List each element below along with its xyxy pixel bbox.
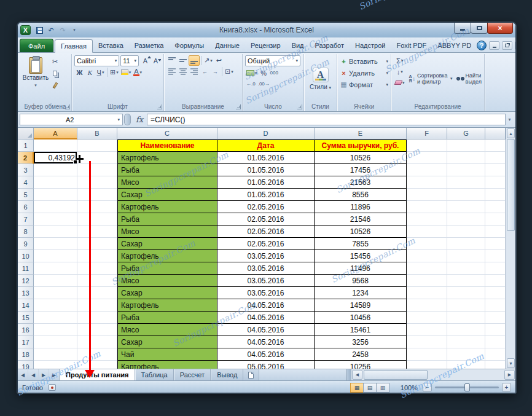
cell-C2[interactable]: Картофель [117, 152, 217, 164]
bold-button[interactable]: Ж [74, 67, 85, 77]
align-left-icon[interactable] [166, 66, 178, 77]
scroll-up-icon[interactable]: ▲ [507, 128, 515, 138]
row-header-8[interactable]: 8 [18, 226, 34, 238]
page-break-view-button[interactable]: ▥ [376, 383, 389, 393]
cell-D1[interactable]: Дата [217, 139, 315, 152]
cell-B18[interactable] [77, 348, 117, 361]
increase-decimal-icon[interactable]: ←.0 [245, 79, 257, 89]
cell-B9[interactable] [77, 238, 117, 250]
cell-B16[interactable] [77, 324, 117, 336]
cell-C13[interactable]: Сахар [117, 287, 217, 299]
increase-indent-icon[interactable]: → [210, 66, 221, 77]
cell-D2[interactable]: 01.05.2016 [217, 152, 315, 164]
cell-E15[interactable]: 10456 [315, 312, 407, 324]
cell-G5[interactable] [447, 189, 485, 201]
cell-A19[interactable] [34, 361, 77, 369]
row-header-19[interactable]: 19 [18, 361, 34, 369]
cell-E19[interactable]: 10256 [315, 361, 407, 369]
cell-E7[interactable]: 21546 [315, 213, 407, 226]
cell-A14[interactable] [34, 299, 77, 312]
cell-D3[interactable]: 01.05.2016 [217, 164, 315, 176]
cell-G9[interactable] [447, 238, 485, 250]
cell-E9[interactable]: 7855 [315, 238, 407, 250]
scroll-left-icon[interactable]: ◀ [352, 370, 362, 380]
cell-C10[interactable]: Картофель [117, 250, 217, 262]
cell-G7[interactable] [447, 213, 485, 226]
excel-app-icon[interactable]: X [20, 25, 31, 35]
cell-D17[interactable]: 04.05.2016 [217, 336, 315, 348]
ribbon-tab-Главная[interactable]: Главная [55, 39, 93, 53]
ribbon-tab-Разработ[interactable]: Разработ [310, 39, 350, 52]
cell-F7[interactable] [407, 213, 447, 226]
cell-A10[interactable] [34, 250, 77, 262]
cell-F10[interactable] [407, 250, 447, 262]
cell-B12[interactable] [77, 275, 117, 287]
fill-color-icon[interactable]: ▾ [120, 67, 133, 77]
cell-F2[interactable] [407, 152, 447, 164]
cell-F6[interactable] [407, 201, 447, 213]
cell-E5[interactable]: 8556 [315, 189, 407, 201]
cell-A5[interactable] [34, 189, 77, 201]
cell-G16[interactable] [447, 324, 485, 336]
cell-E16[interactable]: 15461 [315, 324, 407, 336]
ribbon-tab-Разметка[interactable]: Разметка [129, 39, 170, 52]
column-header-F[interactable]: F [407, 128, 447, 139]
cell-G10[interactable] [447, 250, 485, 262]
cell-B4[interactable] [77, 176, 117, 189]
wrap-text-icon[interactable]: ↩ [214, 55, 224, 66]
cell-D8[interactable]: 02.05.2016 [217, 226, 315, 238]
cell-C9[interactable]: Сахар [117, 238, 217, 250]
align-middle-icon[interactable] [178, 55, 189, 66]
font-size-select[interactable]: 11▾ [120, 55, 139, 66]
cell-G19[interactable] [447, 361, 485, 369]
cell-E12[interactable]: 9568 [315, 275, 407, 287]
autosum-icon[interactable]: Σ▾ [394, 55, 406, 66]
row-header-11[interactable]: 11 [18, 262, 34, 275]
sheet-tab-Таблица[interactable]: Таблица [135, 369, 174, 380]
cell-B7[interactable] [77, 213, 117, 226]
underline-button[interactable]: Ч▾ [95, 67, 106, 77]
cell-C14[interactable]: Картофель [117, 299, 217, 312]
cell-E8[interactable]: 10526 [315, 226, 407, 238]
zoom-slider[interactable] [435, 387, 499, 388]
ribbon-tab-Формулы[interactable]: Формулы [169, 39, 209, 52]
cell-C19[interactable]: Картофель [117, 361, 217, 369]
column-header-B[interactable]: B [77, 128, 117, 139]
insert-function-icon[interactable]: fx [132, 115, 147, 124]
align-bottom-icon[interactable] [189, 55, 200, 66]
ribbon-tab-Вставка[interactable]: Вставка [93, 39, 129, 52]
column-header-A[interactable]: A [34, 128, 77, 139]
cell-D9[interactable]: 02.05.2016 [217, 238, 315, 250]
cell-A12[interactable] [34, 275, 77, 287]
next-sheet-button[interactable]: ▶ [39, 369, 49, 380]
cell-A2[interactable]: 0,43192 [34, 152, 77, 164]
vertical-scrollbar[interactable]: ▲ ▼ [506, 128, 515, 369]
cell-A8[interactable] [34, 226, 77, 238]
cell-F16[interactable] [407, 324, 447, 336]
cell-A11[interactable] [34, 262, 77, 275]
clear-icon[interactable]: ▾ [394, 77, 406, 88]
column-header-G[interactable]: G [447, 128, 485, 139]
cell-A1[interactable] [34, 139, 77, 152]
cell-F17[interactable] [407, 336, 447, 348]
sheet-tab-Вывод[interactable]: Вывод [211, 369, 243, 380]
cell-F1[interactable] [407, 139, 447, 152]
page-layout-view-button[interactable]: ▤ [363, 383, 377, 393]
cell-E14[interactable]: 14589 [315, 299, 407, 312]
fill-icon[interactable]: ↓▾ [394, 66, 406, 77]
cell-A9[interactable] [34, 238, 77, 250]
workbook-close-button[interactable]: × [515, 41, 516, 50]
workbook-restore-button[interactable] [502, 41, 512, 50]
cell-G1[interactable] [447, 139, 485, 152]
cell-A13[interactable] [34, 287, 77, 299]
row-header-10[interactable]: 10 [18, 250, 34, 262]
row-header-18[interactable]: 18 [18, 348, 34, 361]
cell-B15[interactable] [77, 312, 117, 324]
cell-F4[interactable] [407, 176, 447, 189]
font-name-select[interactable]: Calibri▾ [74, 55, 119, 66]
cell-B10[interactable] [77, 250, 117, 262]
cell-A3[interactable] [34, 164, 77, 176]
cell-G2[interactable] [447, 152, 485, 164]
first-sheet-button[interactable]: ◀ [18, 369, 28, 380]
row-header-15[interactable]: 15 [18, 312, 34, 324]
